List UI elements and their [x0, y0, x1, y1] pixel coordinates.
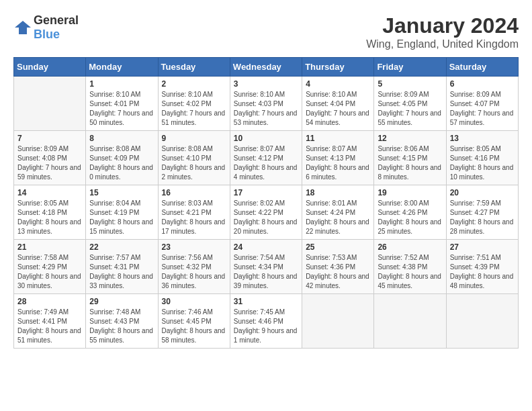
day-cell: 27Sunrise: 7:51 AMSunset: 4:39 PMDayligh… [446, 240, 518, 294]
day-info: Sunrise: 8:08 AMSunset: 4:09 PMDaylight:… [89, 144, 154, 182]
day-cell: 22Sunrise: 7:57 AMSunset: 4:31 PMDayligh… [86, 240, 158, 294]
day-number: 18 [306, 188, 370, 197]
day-cell: 5Sunrise: 8:09 AMSunset: 4:05 PMDaylight… [374, 77, 446, 131]
day-info: Sunrise: 8:09 AMSunset: 4:08 PMDaylight:… [17, 144, 82, 182]
day-info: Sunrise: 8:10 AMSunset: 4:04 PMDaylight:… [306, 90, 370, 128]
header-monday: Monday [86, 58, 158, 77]
day-info: Sunrise: 7:51 AMSunset: 4:39 PMDaylight:… [450, 253, 515, 291]
day-number: 4 [306, 79, 370, 89]
day-cell: 31Sunrise: 7:45 AMSunset: 4:46 PMDayligh… [230, 294, 302, 349]
week-row-4: 21Sunrise: 7:58 AMSunset: 4:29 PMDayligh… [14, 240, 519, 294]
day-info: Sunrise: 7:58 AMSunset: 4:29 PMDaylight:… [17, 253, 82, 291]
day-info: Sunrise: 8:07 AMSunset: 4:13 PMDaylight:… [306, 144, 370, 182]
day-number: 29 [89, 297, 154, 306]
day-info: Sunrise: 7:48 AMSunset: 4:43 PMDaylight:… [89, 308, 154, 345]
header-saturday: Saturday [446, 58, 518, 77]
calendar-table: SundayMondayTuesdayWednesdayThursdayFrid… [13, 57, 519, 349]
day-number: 28 [17, 297, 82, 306]
day-number: 8 [89, 134, 154, 143]
day-number: 25 [306, 242, 370, 252]
day-info: Sunrise: 7:46 AMSunset: 4:45 PMDaylight:… [162, 308, 226, 345]
day-cell: 17Sunrise: 8:02 AMSunset: 4:22 PMDayligh… [230, 185, 302, 240]
day-number: 19 [378, 188, 442, 197]
day-cell: 1Sunrise: 8:10 AMSunset: 4:01 PMDaylight… [86, 77, 158, 131]
logo-text: General Blue [34, 13, 79, 42]
day-info: Sunrise: 7:45 AMSunset: 4:46 PMDaylight:… [234, 308, 298, 345]
logo: General Blue [13, 13, 79, 42]
day-info: Sunrise: 8:10 AMSunset: 4:03 PMDaylight:… [234, 90, 298, 128]
day-cell [14, 77, 86, 131]
day-cell [302, 294, 374, 349]
day-cell: 25Sunrise: 7:53 AMSunset: 4:36 PMDayligh… [302, 240, 374, 294]
day-number: 14 [17, 188, 82, 197]
day-info: Sunrise: 8:05 AMSunset: 4:16 PMDaylight:… [450, 144, 515, 182]
day-number: 15 [89, 188, 154, 197]
day-cell: 6Sunrise: 8:09 AMSunset: 4:07 PMDaylight… [446, 77, 518, 131]
day-number: 30 [162, 297, 226, 306]
header-thursday: Thursday [302, 58, 374, 77]
day-number: 16 [162, 188, 226, 197]
day-cell [374, 294, 446, 349]
day-cell: 7Sunrise: 8:09 AMSunset: 4:08 PMDaylight… [14, 131, 86, 185]
day-cell [446, 294, 518, 349]
header-sunday: Sunday [14, 58, 86, 77]
logo-blue: Blue [34, 28, 60, 41]
header-row: SundayMondayTuesdayWednesdayThursdayFrid… [14, 58, 519, 77]
day-info: Sunrise: 7:57 AMSunset: 4:31 PMDaylight:… [89, 253, 154, 291]
week-row-5: 28Sunrise: 7:49 AMSunset: 4:41 PMDayligh… [14, 294, 519, 349]
day-info: Sunrise: 7:56 AMSunset: 4:32 PMDaylight:… [162, 253, 226, 291]
day-cell: 14Sunrise: 8:05 AMSunset: 4:18 PMDayligh… [14, 185, 86, 240]
day-info: Sunrise: 8:07 AMSunset: 4:12 PMDaylight:… [234, 144, 298, 182]
day-cell: 9Sunrise: 8:08 AMSunset: 4:10 PMDaylight… [158, 131, 230, 185]
day-cell: 3Sunrise: 8:10 AMSunset: 4:03 PMDaylight… [230, 77, 302, 131]
day-info: Sunrise: 8:06 AMSunset: 4:15 PMDaylight:… [378, 144, 442, 182]
day-number: 11 [306, 134, 370, 143]
header-friday: Friday [374, 58, 446, 77]
day-cell: 11Sunrise: 8:07 AMSunset: 4:13 PMDayligh… [302, 131, 374, 185]
day-cell: 16Sunrise: 8:03 AMSunset: 4:21 PMDayligh… [158, 185, 230, 240]
day-number: 2 [162, 79, 226, 89]
day-number: 20 [450, 188, 515, 197]
day-cell: 30Sunrise: 7:46 AMSunset: 4:45 PMDayligh… [158, 294, 230, 349]
day-info: Sunrise: 8:04 AMSunset: 4:19 PMDaylight:… [89, 199, 154, 236]
day-number: 3 [234, 79, 298, 89]
week-row-1: 1Sunrise: 8:10 AMSunset: 4:01 PMDaylight… [14, 77, 519, 131]
main-title: January 2024 [366, 13, 519, 38]
day-info: Sunrise: 7:54 AMSunset: 4:34 PMDaylight:… [234, 253, 298, 291]
subtitle: Wing, England, United Kingdom [366, 38, 519, 50]
day-number: 7 [17, 134, 82, 143]
day-info: Sunrise: 8:10 AMSunset: 4:02 PMDaylight:… [162, 90, 226, 128]
day-number: 1 [89, 79, 154, 89]
day-number: 22 [89, 242, 154, 252]
header-wednesday: Wednesday [230, 58, 302, 77]
day-number: 9 [162, 134, 226, 143]
day-cell: 2Sunrise: 8:10 AMSunset: 4:02 PMDaylight… [158, 77, 230, 131]
day-cell: 29Sunrise: 7:48 AMSunset: 4:43 PMDayligh… [86, 294, 158, 349]
day-number: 26 [378, 242, 442, 252]
day-number: 6 [450, 79, 515, 89]
day-number: 13 [450, 134, 515, 143]
day-info: Sunrise: 8:03 AMSunset: 4:21 PMDaylight:… [162, 199, 226, 236]
logo-icon [13, 18, 32, 37]
day-info: Sunrise: 7:59 AMSunset: 4:27 PMDaylight:… [450, 199, 515, 236]
day-cell: 21Sunrise: 7:58 AMSunset: 4:29 PMDayligh… [14, 240, 86, 294]
day-info: Sunrise: 8:05 AMSunset: 4:18 PMDaylight:… [17, 199, 82, 236]
day-cell: 24Sunrise: 7:54 AMSunset: 4:34 PMDayligh… [230, 240, 302, 294]
day-number: 24 [234, 242, 298, 252]
day-number: 5 [378, 79, 442, 89]
day-number: 10 [234, 134, 298, 143]
day-info: Sunrise: 7:53 AMSunset: 4:36 PMDaylight:… [306, 253, 370, 291]
day-info: Sunrise: 8:00 AMSunset: 4:26 PMDaylight:… [378, 199, 442, 236]
title-area: January 2024 Wing, England, United Kingd… [366, 13, 519, 50]
svg-marker-0 [15, 21, 31, 34]
day-cell: 4Sunrise: 8:10 AMSunset: 4:04 PMDaylight… [302, 77, 374, 131]
day-info: Sunrise: 8:08 AMSunset: 4:10 PMDaylight:… [162, 144, 226, 182]
day-info: Sunrise: 8:09 AMSunset: 4:07 PMDaylight:… [450, 90, 515, 128]
day-cell: 19Sunrise: 8:00 AMSunset: 4:26 PMDayligh… [374, 185, 446, 240]
day-info: Sunrise: 8:10 AMSunset: 4:01 PMDaylight:… [89, 90, 154, 128]
day-cell: 12Sunrise: 8:06 AMSunset: 4:15 PMDayligh… [374, 131, 446, 185]
day-number: 12 [378, 134, 442, 143]
day-cell: 23Sunrise: 7:56 AMSunset: 4:32 PMDayligh… [158, 240, 230, 294]
week-row-3: 14Sunrise: 8:05 AMSunset: 4:18 PMDayligh… [14, 185, 519, 240]
day-cell: 28Sunrise: 7:49 AMSunset: 4:41 PMDayligh… [14, 294, 86, 349]
